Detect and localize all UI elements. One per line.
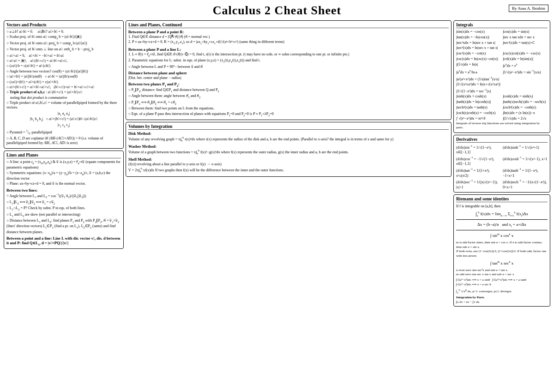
lpc-tp-parallel2: ○ P1∥P2 ⟺ n⃗1∥n⃗2 ⟺ n⃗1 = cn⃗2 [128, 100, 449, 106]
right-column: Integrals ∫sin(x)dx = −cos(x) ∫cos(x)dx … [453, 20, 550, 307]
lp-intersect-lines: L1∩L2 = P? Check by subst. P in eqs. of … [6, 206, 121, 211]
lp-plane: Plane: ax+by+cz+d = 0, and v⃗ is the nor… [6, 181, 121, 186]
vec-cross-zero: a⃗×a⃗ = 0, a⃗×b⃗ = −b⃗×a⃗ = b⃗·a⃗ [6, 54, 121, 58]
lpc-plane-point-title: Between a plane P and a point R: [128, 30, 449, 34]
byline: By Anas A. Ibrahim [509, 5, 548, 12]
mid-column: Lines and Planes, Continued Between a pl… [126, 20, 452, 307]
derivatives-formulas: (d/dx)sin−1 = 1/√(1−x²), x∈[−1,1] (d/dx)… [456, 144, 548, 190]
lines-planes-cont-title: Lines and Planes, Continued [128, 23, 449, 28]
vol-disk-title: Disk Method: [128, 131, 449, 136]
lpc-tp-eqn: ○ Eqn. of a plane P pass thru intersecti… [128, 112, 449, 117]
main-grid: Vectors and Products a⊥b? a⃗·b⃗ = 0. a⃗∥… [4, 20, 550, 307]
lpc-pl-step2: 2. Parametric equations for L: subst. in… [128, 58, 449, 64]
vec-angle: Angle between two vectors? cos(θ) = (a⃗·… [6, 69, 121, 74]
lines-planes-title: Lines and Planes [6, 153, 121, 158]
vec-vector-proj: Vector proj. of b⃗ onto a⃗: proja b = co… [6, 41, 121, 47]
lp-skew-lines: L1 and L2 are skew (not parallel or inte… [6, 212, 121, 218]
lp-angle-lines: Angle between L1 and L2 = cos−1((v⃗1·v⃗2… [6, 193, 121, 199]
lp-line: A line: a point r0 = (x0,y0,z0) & v⃗ is … [6, 160, 121, 170]
lp-dist-lines: Distance between L1 and L2: find planes … [6, 218, 121, 235]
integrals-title: Integrals [456, 23, 548, 28]
integrals-section: Integrals ∫sin(x)dx = −cos(x) ∫cos(x)dx … [453, 20, 550, 133]
lpc-dist-sphere: |Dist. bet. center and plane − radius| [128, 76, 449, 80]
vec-dot-commutative: noting that dot product is commutative [6, 96, 121, 100]
lp-symmetric: Symmetric equations: (x−x0)/a = (y−y0)/b… [6, 171, 121, 181]
derivatives-title: Derivatives [456, 137, 548, 143]
integrals-note: Integrals of inverse trig functions are … [456, 121, 548, 130]
riemann-content: If f is integrable on [a,b], then ∫ab f(… [456, 204, 548, 305]
vec-coplanar: A, B, C, D are coplanar iff |AB⃗·(AC⃗×AD… [6, 136, 121, 146]
vol-shell-title: Shell Method: [128, 157, 449, 162]
volumes-title: Volumes by Integration [128, 124, 449, 130]
vec-perp: a⊥b? a⃗·b⃗ = 0. a⃗∥b⃗? a⃗×b⃗ = 0. [6, 30, 121, 34]
volumes-section: Volumes by Integration Disk Method: Volu… [126, 122, 452, 177]
vec-cross-c: (ca⃗)×(b⃗) = a⃗×(cb⃗) = c(a⃗×b⃗) [6, 80, 121, 84]
vol-disk-desc: Volume of any revolving graph = π∫ab r(x… [128, 136, 449, 143]
lines-planes-section: Lines and Planes A line: a point r0 = (x… [4, 151, 124, 249]
vol-washer-desc: Volume of a graph between two functions … [128, 149, 449, 156]
vec-cross-mag: |a⃗×b⃗| = |a⃗||b⃗|sin(θ) ○ a⃗·b⃗ = |a⃗||… [6, 74, 121, 79]
lpc-step1: 1. Find Q∈P, distance d = |QR⃗·n⃗|/|n⃗| … [128, 35, 449, 39]
integrals-formulas: ∫sin(x)dx = −cos(x) ∫cos(x)dx = sin(x) ∫… [456, 30, 548, 121]
page-title: Calculus 2 Cheat Sheet [4, 4, 550, 18]
vectors-section: Vectors and Products a⊥b? a⃗·b⃗ = 0. a⃗∥… [4, 20, 124, 149]
lp-point-line-title: Between a point and a line: Line L with … [6, 236, 121, 246]
lpc-tp-parallel: ○ P1∥P2, distance: find Q∈P1 and distanc… [128, 88, 449, 93]
vec-pyramid: Pyramid = 1/6· parallelipiped [6, 129, 121, 136]
lpc-tp-angle: ○ Angle between them: angle between n⃗1 … [128, 94, 449, 99]
lpc-pl-step1: 1. L ≡ r⃗(t) = r⃗0+tv⃗, find Q∈P, n⃗·(r⃗… [128, 52, 449, 58]
vec-scalar-proj: Scalar proj. of b⃗ onto a⃗: compa b = (a… [6, 35, 121, 40]
derivatives-section: Derivatives (d/dx)sin−1 = 1/√(1−x²), x∈[… [453, 135, 550, 193]
vec-orth: Vector proj. of b⃗ onto ⊥ line on a⃗: or… [6, 47, 121, 53]
lpc-pl-angle: ○ Angle between L and P = 90°− between v… [128, 65, 449, 69]
left-column: Vectors and Products a⊥b? a⃗·b⃗ = 0. a⃗∥… [4, 20, 124, 307]
vec-matrix: |a1 a2 a3| |b1 b2 b3| ○ a⃗×(b⃗×c⃗) = (a⃗… [6, 111, 121, 128]
lpc-plane-line-title: Between a plane P and a line L: [128, 47, 449, 52]
lpc-plane-sphere-title: Distance between plane and sphere [128, 71, 449, 75]
vec-scalar-triple: (ca⃗)·b = c(a⃗·b⃗) = a⃗·(cb⃗) [6, 64, 121, 68]
lpc-two-planes-title: Between two planes P1 and P2: [128, 82, 449, 87]
lpc-step2: 2. P ≡ ax+by+cz+d = 0, R = (x1,y1,z1), s… [128, 40, 449, 45]
lpc-tp-between: ○ Between them: find two points on L fro… [128, 106, 449, 111]
riemann-title: Riemann and some identites [456, 197, 548, 202]
vol-shell-desc: (f(x)) revolving about a line parallel t… [128, 162, 449, 167]
vectors-title: Vectors and Products [6, 23, 121, 28]
vol-shell-formula: V = 2π∫ab xf(x)dx If two graphs then f(x… [128, 167, 449, 174]
vol-washer-title: Washer Method: [128, 144, 449, 149]
vec-triple-product: Triple product of a,b,c : a⃗·(b⃗×c⃗) = (… [6, 90, 121, 95]
lp-parallel-lines: L1∥L2 ⟺ v⃗1∥v⃗2 ⟺ v⃗1 = cv⃗2 [6, 200, 121, 205]
lines-planes-cont-section: Lines and Planes, Continued Between a pl… [126, 20, 452, 120]
vec-dot-identities: a⃗·a⃗ = |a⃗|², a⃗·(b⃗+c⃗) = a⃗·b⃗+a⃗·c⃗, [6, 59, 121, 63]
lp-between-lines-title: Between two lines: [6, 188, 121, 193]
vec-triple-parallelepiped: Triple product of a⃗,b⃗,c⃗ = volume of p… [6, 101, 121, 110]
vec-distrib: a⃗×(b⃗+c⃗) = a⃗×b⃗+a⃗×c⃗, (b⃗+c⃗)×a⃗ = b… [6, 85, 121, 90]
riemann-section: Riemann and some identites If f is integ… [453, 194, 550, 307]
